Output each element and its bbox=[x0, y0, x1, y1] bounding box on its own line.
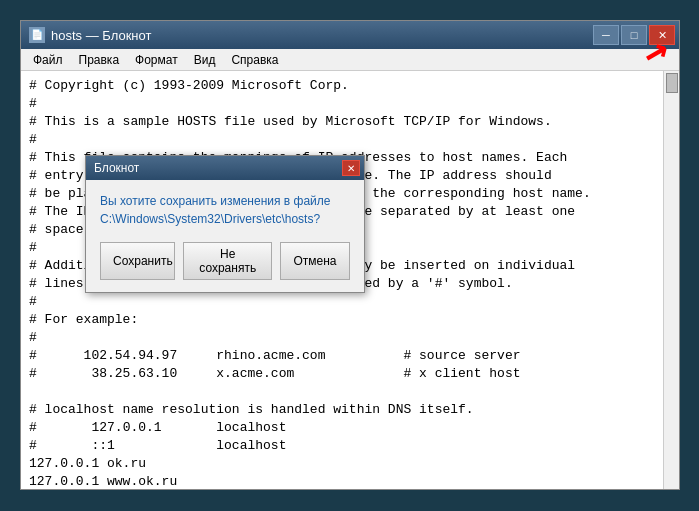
menu-bar: Файл Правка Формат Вид Справка bbox=[21, 49, 679, 71]
dialog-message-line1: Вы хотите сохранить изменения в файле bbox=[100, 194, 330, 208]
dialog-message-line2: C:\Windows\System32\Drivers\etc\hosts? bbox=[100, 212, 320, 226]
menu-file[interactable]: Файл bbox=[25, 51, 71, 69]
dont-save-button[interactable]: Не сохранять bbox=[183, 242, 272, 280]
title-bar: 📄 hosts — Блокнот ─ □ ✕ bbox=[21, 21, 679, 49]
window-title: hosts — Блокнот bbox=[51, 28, 151, 43]
scrollbar[interactable] bbox=[663, 71, 679, 489]
title-bar-left: 📄 hosts — Блокнот bbox=[29, 27, 151, 43]
maximize-button[interactable]: □ bbox=[621, 25, 647, 45]
dialog-message: Вы хотите сохранить изменения в файле C:… bbox=[100, 192, 350, 228]
dialog-buttons: Сохранить Не сохранять Отмена bbox=[100, 242, 350, 280]
save-button[interactable]: Сохранить bbox=[100, 242, 175, 280]
menu-help[interactable]: Справка bbox=[223, 51, 286, 69]
dialog-title-bar: Блокнот ✕ bbox=[86, 156, 364, 180]
save-dialog: Блокнот ✕ Вы хотите сохранить изменения … bbox=[85, 155, 365, 293]
title-buttons: ─ □ ✕ bbox=[593, 25, 675, 45]
menu-format[interactable]: Формат bbox=[127, 51, 186, 69]
menu-edit[interactable]: Правка bbox=[71, 51, 128, 69]
dialog-close-button[interactable]: ✕ bbox=[342, 160, 360, 176]
cancel-button[interactable]: Отмена bbox=[280, 242, 350, 280]
close-button[interactable]: ✕ bbox=[649, 25, 675, 45]
menu-view[interactable]: Вид bbox=[186, 51, 224, 69]
notepad-icon: 📄 bbox=[29, 27, 45, 43]
dialog-title: Блокнот bbox=[94, 161, 139, 175]
scrollbar-thumb[interactable] bbox=[666, 73, 678, 93]
minimize-button[interactable]: ─ bbox=[593, 25, 619, 45]
dialog-content: Вы хотите сохранить изменения в файле C:… bbox=[86, 180, 364, 292]
